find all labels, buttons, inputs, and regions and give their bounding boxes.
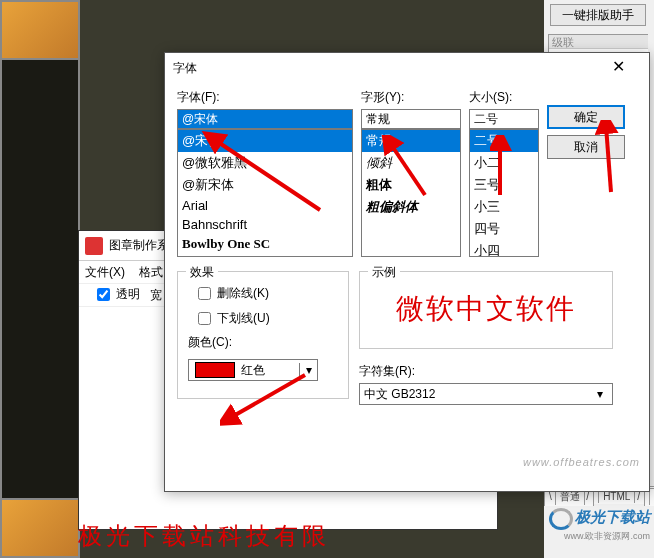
size-option[interactable]: 小三: [470, 196, 538, 218]
charset-label: 字符集(R):: [359, 363, 613, 380]
size-option[interactable]: 小二: [470, 152, 538, 174]
font-input[interactable]: [177, 109, 353, 129]
color-swatch: [195, 362, 235, 378]
font-dialog: 字体 ✕ 字体(F): @宋体 @微软雅黑 @新宋体 Arial Bahnsch…: [164, 52, 650, 492]
style-option[interactable]: 常规: [362, 130, 460, 152]
size-option[interactable]: 三号: [470, 174, 538, 196]
effects-group: 效果 删除线(K) 下划线(U) 颜色(C): 红色 ▾: [177, 271, 349, 399]
font-label: 字体(F):: [177, 89, 353, 106]
right-panel-header: 级联: [549, 35, 648, 49]
color-label: 颜色(C):: [188, 334, 338, 351]
color-name: 红色: [241, 362, 299, 379]
cancel-button[interactable]: 取消: [547, 135, 625, 159]
sample-title: 示例: [368, 264, 400, 281]
ok-button[interactable]: 确定: [547, 105, 625, 129]
stamp-transparent-check[interactable]: 透明: [93, 285, 140, 304]
font-option[interactable]: @微软雅黑: [178, 152, 352, 174]
font-option[interactable]: Arial: [178, 196, 352, 215]
bg-photo-bottom: [0, 498, 80, 558]
font-listbox[interactable]: @宋体 @微软雅黑 @新宋体 Arial Bahnschrift Bowlby …: [177, 129, 353, 257]
charset-combo[interactable]: 中文 GB2312 ▾: [359, 383, 613, 405]
style-option[interactable]: 粗体: [362, 174, 460, 196]
style-listbox[interactable]: 常规 倾斜 粗体 粗偏斜体: [361, 129, 461, 257]
logo-sub: www.欧非资源网.com: [530, 530, 650, 543]
logo-swirl-icon: [549, 508, 573, 530]
chevron-down-icon[interactable]: ▾: [592, 387, 608, 401]
style-option[interactable]: 倾斜: [362, 152, 460, 174]
chevron-down-icon[interactable]: ▾: [299, 363, 317, 377]
close-icon[interactable]: ✕: [595, 54, 641, 82]
bg-photo-top: [0, 0, 80, 60]
stamp-title-text: 图章制作系: [109, 237, 169, 254]
size-option[interactable]: 二号: [470, 130, 538, 152]
font-option[interactable]: @新宋体: [178, 174, 352, 196]
logo-text: 极光下载站: [575, 508, 650, 525]
color-combo[interactable]: 红色 ▾: [188, 359, 318, 381]
underline-check[interactable]: 下划线(U): [194, 309, 338, 328]
style-label: 字形(Y):: [361, 89, 461, 106]
stamp-bottom-text: 极光下载站科技有限: [78, 520, 330, 552]
font-option[interactable]: @宋体: [178, 130, 352, 152]
size-input[interactable]: [469, 109, 539, 129]
watermark: www.offbeatres.com: [523, 456, 640, 468]
effects-title: 效果: [186, 264, 218, 281]
font-option[interactable]: Bowlby One SC: [178, 234, 352, 254]
logo: 极光下载站 www.欧非资源网.com: [530, 508, 650, 546]
size-listbox[interactable]: 二号 小二 三号 小三 四号 小四 五号: [469, 129, 539, 257]
stamp-width-label: 宽: [150, 287, 162, 304]
charset-area: 字符集(R): 中文 GB2312 ▾: [359, 363, 613, 405]
charset-value: 中文 GB2312: [364, 386, 435, 403]
size-label: 大小(S):: [469, 89, 539, 106]
strike-check[interactable]: 删除线(K): [194, 284, 338, 303]
dialog-title-text: 字体: [173, 60, 197, 77]
size-option[interactable]: 小四: [470, 240, 538, 257]
font-option[interactable]: Bahnschrift: [178, 215, 352, 234]
style-input[interactable]: [361, 109, 461, 129]
stamp-menu-format[interactable]: 格式: [139, 264, 163, 281]
font-option[interactable]: Bungee Inline: [178, 254, 352, 257]
stamp-app-icon: [85, 237, 103, 255]
stamp-menu-file[interactable]: 文件(X): [85, 264, 125, 281]
layout-helper-button[interactable]: 一键排版助手: [550, 4, 646, 26]
size-option[interactable]: 四号: [470, 218, 538, 240]
dialog-titlebar[interactable]: 字体 ✕: [165, 53, 649, 83]
style-option[interactable]: 粗偏斜体: [362, 196, 460, 218]
bg-photo-mid: [0, 60, 80, 498]
sample-text: 微软中文软件: [396, 290, 576, 328]
sample-group: 示例 微软中文软件: [359, 271, 613, 349]
